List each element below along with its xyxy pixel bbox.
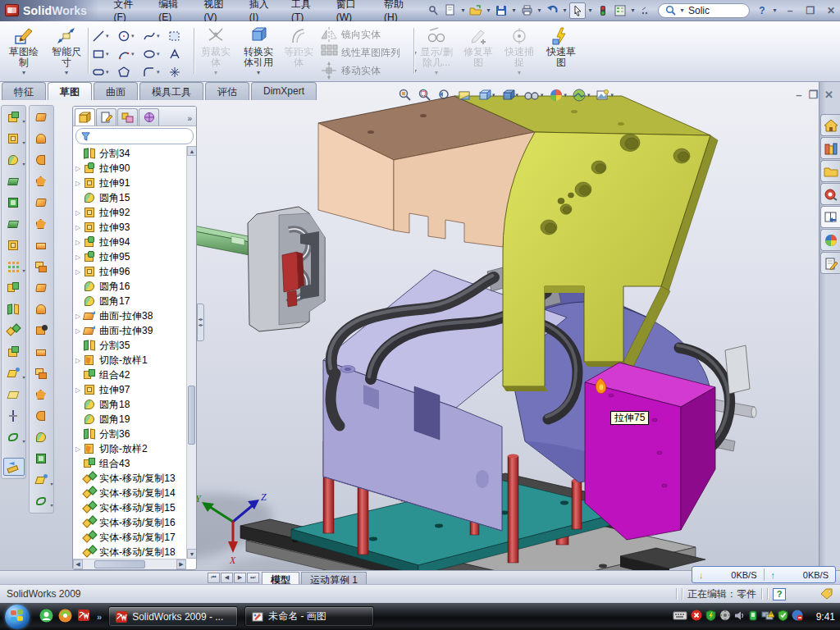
app-close-button[interactable]: ✕ — [822, 3, 840, 17]
tab-motion-study[interactable]: 运动算例 1 — [301, 572, 367, 584]
tree-item-实体-移动/复制16[interactable]: 实体-移动/复制16 — [73, 515, 186, 530]
dropdown-arrow-icon[interactable]: ▾ — [561, 2, 568, 19]
solidworks-resources-tab[interactable] — [820, 114, 840, 136]
print-button[interactable] — [518, 2, 535, 19]
app-minimize-button[interactable]: – — [781, 3, 799, 17]
expand-arrow-icon[interactable]: ▷ — [73, 445, 83, 453]
offset-surface-button[interactable] — [31, 258, 52, 276]
display-manager-tab[interactable] — [139, 108, 159, 126]
dropdown-arrow-icon[interactable]: ▾ — [485, 2, 492, 19]
tree-filter-box[interactable] — [75, 128, 194, 144]
sketch-line-button[interactable]: ▾ — [92, 28, 113, 44]
save-button[interactable] — [493, 2, 509, 19]
tree-item-实体-移动/复制14[interactable]: 实体-移动/复制14 — [73, 486, 186, 500]
expand-arrow-icon[interactable]: ▷ — [73, 239, 83, 246]
tree-item-实体-移动/复制15[interactable]: 实体-移动/复制15 — [73, 500, 186, 515]
network-warning-tray[interactable] — [761, 610, 774, 623]
shut-off-surface-button[interactable] — [31, 386, 52, 404]
repair-button[interactable]: 修复草 图 — [459, 24, 497, 78]
expand-arrow-icon[interactable]: ▷ — [73, 165, 83, 172]
knit-surface-button[interactable] — [31, 300, 52, 318]
file-explorer-tab[interactable] — [820, 160, 840, 182]
parting-surface-button[interactable] — [31, 407, 52, 425]
sketch-spline-button[interactable]: ▾ — [143, 28, 164, 44]
overflow-button[interactable] — [637, 2, 654, 19]
combine-bodies-button[interactable] — [3, 279, 25, 297]
tree-item-实体-移动/复制13[interactable]: 实体-移动/复制13 — [73, 471, 186, 486]
quick-tips-icon[interactable]: ? — [773, 588, 786, 600]
chamfer-button[interactable] — [3, 172, 25, 190]
doc-restore-button[interactable]: ❐ — [808, 89, 818, 101]
curves-2-button[interactable]: ▾ — [31, 492, 52, 510]
select-button[interactable] — [569, 2, 586, 19]
convert-button[interactable]: 转换实 体引用▾ — [238, 24, 279, 78]
view-palette-tab[interactable] — [820, 206, 840, 228]
boundary-surface-button[interactable] — [31, 172, 52, 190]
tree-item-切除-放样1[interactable]: ▷切除-放样1 — [73, 353, 186, 368]
expand-arrow-icon[interactable]: ▷ — [73, 209, 83, 217]
expand-arrow-icon[interactable]: ▷ — [73, 386, 83, 394]
antivirus-shield-tray[interactable] — [705, 609, 716, 623]
tree-item-拉伸92[interactable]: ▷拉伸92 — [73, 205, 186, 220]
swept-surface-button[interactable] — [31, 108, 52, 126]
tree-item-切除-放样2[interactable]: ▷切除-放样2 — [73, 441, 186, 456]
tree-item-拉伸90[interactable]: ▷拉伸90 — [73, 161, 186, 176]
sketch-rectangle-button[interactable]: ▾ — [92, 46, 113, 62]
volume-tray[interactable] — [734, 610, 745, 623]
configuration-manager-tab[interactable] — [117, 108, 138, 126]
undo-button[interactable] — [544, 2, 560, 19]
scroll-right-button[interactable]: ▶ — [176, 559, 186, 569]
previous-view-button[interactable] — [436, 87, 454, 103]
property-manager-tab[interactable] — [96, 108, 116, 126]
thicken-button[interactable] — [31, 343, 52, 361]
doc-minimize-button[interactable]: – — [796, 89, 801, 101]
solidworks-quicklaunch[interactable] — [77, 609, 90, 624]
tag-icon[interactable] — [820, 588, 833, 600]
zoom-fit-button[interactable] — [396, 87, 414, 103]
extruded-cut-button[interactable]: ▾ — [3, 130, 25, 148]
shell-button[interactable] — [3, 194, 25, 212]
tab-model[interactable]: 模型 — [262, 572, 299, 584]
dropdown-arrow-icon[interactable]: ▾ — [629, 2, 637, 19]
instant3d-button[interactable] — [3, 458, 25, 476]
parting-line-button[interactable] — [31, 364, 52, 382]
sketch-polygon-button[interactable] — [117, 64, 139, 80]
linear-pattern-button[interactable]: ▾ — [3, 258, 25, 276]
tree-item-圆角18[interactable]: 圆角18 — [73, 397, 186, 412]
tree-item-拉伸93[interactable]: ▷拉伸93 — [73, 220, 186, 235]
plane-button[interactable] — [3, 386, 25, 404]
tree-item-分割35[interactable]: 分割35 — [73, 338, 186, 353]
extruded-boss-button[interactable]: ▾ — [3, 108, 25, 126]
sketch-arc-button[interactable]: ▾ — [117, 46, 139, 62]
taskbar-button-0[interactable]: SolidWorks 2009 - ... — [108, 606, 238, 627]
fillet-button[interactable]: ▾ — [3, 151, 25, 169]
curves-button[interactable]: ▾ — [3, 428, 25, 446]
planar-surface-button[interactable] — [31, 236, 52, 254]
axis-button[interactable] — [3, 407, 25, 425]
mirror-button[interactable]: 镜向实体 — [320, 26, 417, 43]
tree-item-实体-移动/复制18[interactable]: 实体-移动/复制18 — [73, 545, 186, 559]
panel-splitter[interactable]: ◂▸◂▸ — [197, 304, 204, 341]
tree-item-曲面-拉伸39[interactable]: ▷曲面-拉伸39 — [73, 323, 186, 338]
defender-tray[interactable] — [778, 609, 788, 623]
split-body-button[interactable] — [3, 300, 25, 318]
design-library-tab[interactable] — [820, 137, 840, 159]
feature-manager-tab[interactable] — [75, 108, 95, 126]
tree-item-拉伸94[interactable]: ▷拉伸94 — [73, 235, 186, 249]
tree-item-拉伸95[interactable]: ▷拉伸95 — [73, 249, 186, 264]
zoom-area-button[interactable] — [416, 87, 434, 103]
tree-item-圆角19[interactable]: 圆角19 — [73, 412, 186, 427]
offset-button[interactable]: 等距实 体 — [282, 24, 315, 78]
model-top-clamp-plate[interactable] — [318, 96, 535, 247]
tab-dimxpert[interactable]: DimXpert — [251, 82, 317, 100]
options-button[interactable] — [612, 2, 628, 19]
section-view-button[interactable] — [455, 87, 473, 103]
custom-properties-tab[interactable] — [820, 252, 840, 274]
lofted-surface-button[interactable] — [31, 151, 52, 169]
sketch-slot-button[interactable]: ▾ — [92, 64, 113, 80]
tab-surfaces[interactable]: 曲面 — [94, 82, 138, 100]
view-setting-button[interactable]: ▾ — [594, 87, 616, 103]
open-button[interactable] — [468, 2, 484, 19]
tree-horizontal-scrollbar[interactable]: ◀ ▶ — [73, 559, 186, 569]
freeform-button[interactable] — [31, 215, 52, 233]
